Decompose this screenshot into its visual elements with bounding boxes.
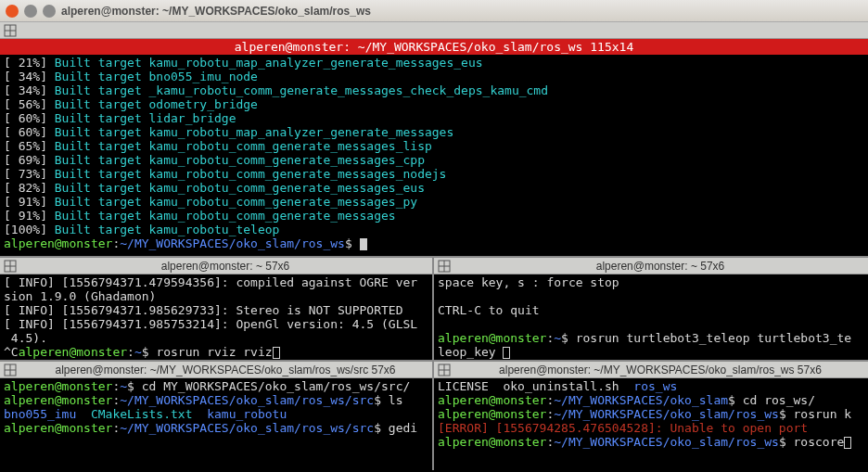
window-titlebar[interactable]: alperen@monster: ~/MY_WORKSPACES/oko_sla… [0,0,868,22]
middle-row: alperen@monster: ~ 57x6 [ INFO] [1556794… [0,258,868,362]
build-line: [ 82%] Built target kamu_robotu_comm_gen… [4,181,425,195]
prompt: alperen@monster:~/MY_WORKSPACES/oko_slam… [438,407,794,421]
split-icon[interactable] [438,364,451,376]
pane-title: alperen@monster: ~/MY_WORKSPACES/oko_sla… [456,364,864,376]
pane-tab-bar: alperen@monster: ~/MY_WORKSPACES/oko_sla… [434,362,868,378]
build-line: [ 91%] Built target kamu_robotu_comm_gen… [4,195,417,209]
command: rosrun turtlebot3_teleop turtlebot3_te [576,331,851,345]
command: cd ros_ws/ [743,393,815,407]
build-line: [ 34%] Built target _kamu_robotu_comm_ge… [4,83,548,97]
pane-tab-bar: alperen@monster: ~/MY_WORKSPACES/oko_sla… [0,362,432,378]
cursor-icon [503,347,510,359]
terminator-panes: alperen@monster: ~/MY_WORKSPACES/oko_sla… [0,22,868,472]
command: rosrun rviz rviz [156,345,272,359]
prompt: alperen@monster:~/MY_WORKSPACES/oko_slam… [438,435,794,449]
build-line: [ 60%] Built target lidar_bridge [4,111,236,125]
mid-right-terminal-pane[interactable]: alperen@monster: ~ 57x6 space key, s : f… [434,258,868,360]
prompt: alperen@monster:~$ [19,345,157,359]
terminal-output[interactable]: alperen@monster:~$ cd MY_WORKSPACES/oko_… [0,378,432,470]
ctrl-c: ^C [4,345,19,359]
pane-tab-bar [0,22,868,39]
top-terminal-pane[interactable]: alperen@monster: ~/MY_WORKSPACES/oko_sla… [0,22,868,258]
terminal-window: alperen@monster: ~/MY_WORKSPACES/oko_sla… [0,0,868,472]
split-icon[interactable] [4,260,17,273]
split-icon[interactable] [4,24,17,37]
pane-tab-bar: alperen@monster: ~ 57x6 [434,258,868,274]
build-line: [ 73%] Built target kamu_robotu_comm_gen… [4,167,446,181]
cursor-icon [273,347,280,359]
log-line: [ INFO] [1556794371.985753214]: OpenGl v… [4,317,417,331]
ls-output: LICENSE oko_uninstall.sh ros_ws [438,379,677,393]
command-cont: leop_key [438,345,503,359]
window-title: alperen@monster: ~/MY_WORKSPACES/oko_sla… [61,5,371,18]
build-line: [ 34%] Built target bno055_imu_node [4,70,258,83]
prompt: alperen@monster:~/MY_WORKSPACES/oko_slam… [4,393,389,407]
bot-left-terminal-pane[interactable]: alperen@monster: ~/MY_WORKSPACES/oko_sla… [0,362,434,470]
pane-title: alperen@monster: ~ 57x6 [456,260,864,273]
command: roscore [794,435,845,449]
build-line: [100%] Built target kamu_robotu_teleop [4,223,279,236]
command: cd MY_WORKSPACES/oko_slam/ros_ws/src/ [142,379,411,393]
log-line: sion 1.9.0 (Ghadamon) [4,289,156,303]
terminal-output[interactable]: LICENSE oko_uninstall.sh ros_ws alperen@… [434,378,868,470]
prompt: alperen@monster:~$ [4,379,142,393]
log-line: 4.5). [4,331,47,345]
build-line: [ 91%] Built target kamu_robotu_comm_gen… [4,209,396,223]
command: rosrun k [794,407,852,421]
close-icon[interactable] [6,5,19,18]
bottom-row: alperen@monster: ~/MY_WORKSPACES/oko_sla… [0,362,868,470]
mid-left-terminal-pane[interactable]: alperen@monster: ~ 57x6 [ INFO] [1556794… [0,258,434,360]
log-line: [ INFO] [1556794371.985629733]: Stereo i… [4,303,402,317]
log-line: space key, s : force stop [438,275,619,289]
terminal-output[interactable]: [ INFO] [1556794371.479594356]: compiled… [0,274,432,360]
split-icon[interactable] [438,260,451,273]
active-pane-title-text: alperen@monster: ~/MY_WORKSPACES/oko_sla… [235,40,633,54]
ls-output: bno055_imu CMakeLists.txt kamu_robotu [4,407,287,421]
minimize-icon[interactable] [24,5,37,18]
terminal-output[interactable]: space key, s : force stop CTRL-C to quit… [434,274,868,360]
cursor-icon [360,238,367,250]
bot-right-terminal-pane[interactable]: alperen@monster: ~/MY_WORKSPACES/oko_sla… [434,362,868,470]
error-line: [ERROR] [1556794285.476504528]: Unable t… [438,421,808,435]
build-line: [ 65%] Built target kamu_robotu_comm_gen… [4,139,432,153]
prompt: alperen@monster:~/MY_WORKSPACES/oko_slam… [4,421,389,435]
maximize-icon[interactable] [43,5,56,18]
active-pane-title: alperen@monster: ~/MY_WORKSPACES/oko_sla… [0,39,868,55]
command: gedi [389,421,417,435]
build-line: [ 21%] Built target kamu_robotu_map_anal… [4,56,483,70]
split-icon[interactable] [4,364,17,376]
log-line: CTRL-C to quit [438,303,540,317]
terminal-output[interactable]: [ 21%] Built target kamu_robotu_map_anal… [0,55,868,256]
pane-tab-bar: alperen@monster: ~ 57x6 [0,258,432,274]
build-line: [ 56%] Built target odometry_bridge [4,97,258,111]
pane-title: alperen@monster: ~ 57x6 [22,260,428,273]
prompt: alperen@monster:~$ [438,331,576,345]
log-line: [ INFO] [1556794371.479594356]: compiled… [4,275,417,289]
pane-title: alperen@monster: ~/MY_WORKSPACES/oko_sla… [22,364,428,376]
cursor-icon [844,437,851,449]
prompt: alperen@monster:~/MY_WORKSPACES/oko_slam… [438,393,743,407]
build-line: [ 69%] Built target kamu_robotu_comm_gen… [4,153,425,167]
build-line: [ 60%] Built target kamu_robotu_map_anal… [4,125,453,139]
prompt: alperen@monster:~/MY_WORKSPACES/oko_slam… [4,236,360,250]
command: ls [389,393,403,407]
